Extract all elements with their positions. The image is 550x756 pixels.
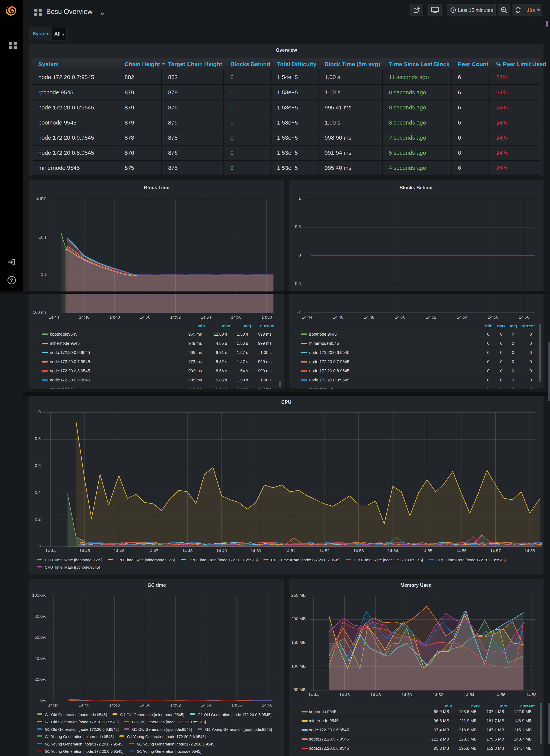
svg-text:?: ? bbox=[10, 278, 13, 283]
